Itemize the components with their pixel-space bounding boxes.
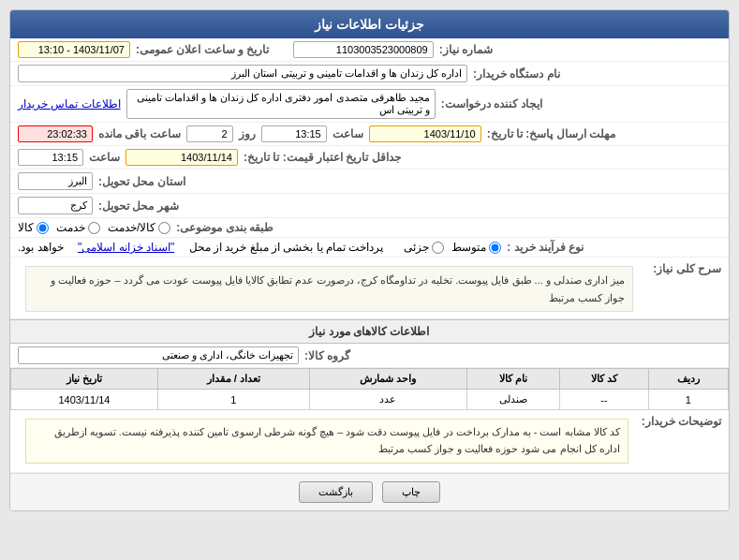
jadaval-time: 13:15 [18,149,83,166]
mohlet-time: 13:15 [261,125,327,142]
description-text: کد کالا مشابه است - به مدارک برداخت در ف… [25,419,628,463]
jadaval-date: 1403/11/14 [126,149,238,166]
col-kod: کد کالا [560,369,649,390]
kala-section-header: اطلاعات کالاهای مورد نیاز [10,319,729,344]
tabaqe-radio-group: کالا/خدمت خدمت کالا [18,221,170,234]
description-label: توضیحات خریدار: [642,415,721,428]
shomare-niaz-label: شماره نیاز: [439,43,493,56]
kala-table: ردیف کد کالا نام کالا واحد شمارش تعداد /… [10,368,729,410]
col-vahed: واحد شمارش [309,369,466,390]
cell-kod: -- [560,390,649,410]
shahr-value: کرج [18,197,93,214]
col-tedad: تعداد / مقدار [157,369,309,390]
chap-button[interactable]: چاپ [382,481,440,503]
bazgasht-button[interactable]: بازگشت [299,481,373,503]
col-tarikh: تاریخ نیاز [11,369,158,390]
tabaqe-option-kala[interactable]: کالا [18,221,49,234]
navoe-radio-group: متوسط جزئی [404,241,501,254]
ostan-value: البرز [18,172,93,190]
page-title: جزئیات اطلاعات نیاز [10,10,729,38]
tabaqe-option-khedmat[interactable]: خدمت [56,221,100,234]
button-row: چاپ بازگشت [10,473,729,510]
sarh-text: میز اداری صندلی و ... طبق فایل پیوست. تخ… [25,266,633,312]
nam-dastgah-value: اداره کل زندان ها و اقدامات تامینی و ترب… [18,65,467,82]
ijad-label: ایجاد کننده درخواست: [441,97,543,111]
baqi-label: ساعت باقی مانده [98,127,181,140]
ijad-link[interactable]: اطلاعات تماس خریدار [18,97,121,111]
cell-tedad: 1 [157,390,309,410]
jadaval-saeat-label: ساعت [89,151,120,164]
table-row: 1--صندلیعدد11403/11/14 [11,390,729,410]
navoe-option-motavasset[interactable]: متوسط [451,241,501,254]
cell-radif: 1 [648,390,728,410]
prdakht-link[interactable]: "اسناد خزانه اسلامی" [78,241,174,254]
mohlet-roz: 2 [186,125,233,142]
saeat-label: ساعت [333,127,363,140]
group-label: گروه کالا: [304,349,350,362]
jadaval-label: جداقل تاریخ اعتبار قیمت: تا تاریخ: [244,151,401,164]
mohlet-date: 1403/11/10 [369,125,481,142]
tarikh-label: تاریخ و ساعت اعلان عمومی: [136,43,269,56]
roz-label: روز [239,127,256,140]
sarh-label: سرح کلی نیاز: [646,262,721,275]
nam-dastgah-label: نام دستگاه خریدار: [473,67,560,81]
prdakht-text: پرداخت تمام یا بخشی از مبلغ خرید از محل [189,241,384,254]
col-nam: نام کالا [466,369,559,390]
shomare-niaz-value: 1103003523000809 [293,41,434,58]
tarikh-value: 1403/11/07 - 13:10 [18,41,130,58]
cell-vahed: عدد [309,390,466,410]
group-value: تجهیزات خانگی، اداری و صنعتی [18,346,299,364]
cell-nam: صندلی [466,390,559,410]
cell-tarikh: 1403/11/14 [11,390,158,410]
ostan-label: استان محل تحویل: [98,175,185,188]
navoe-label: نوع فرآیند خرید : [507,241,584,254]
tabaqe-option-kala-khedmat[interactable]: کالا/خدمت [108,221,170,234]
ijad-value: مجید طاهرقی متصدی امور دفتری اداره کل زن… [126,89,436,119]
tabaqe-label: طبقه بندی موضوعی: [176,221,273,234]
mohlet-baqi: 23:02:33 [18,125,93,142]
prdakht-suffix: خواهد بود. [18,241,64,254]
shahr-label: شهر محل تحویل: [98,199,179,213]
mohlet-label: مهلت ارسال پاسخ: تا تاریخ: [487,127,615,140]
col-radif: ردیف [648,369,728,390]
navoe-option-jozi[interactable]: جزئی [404,241,444,254]
